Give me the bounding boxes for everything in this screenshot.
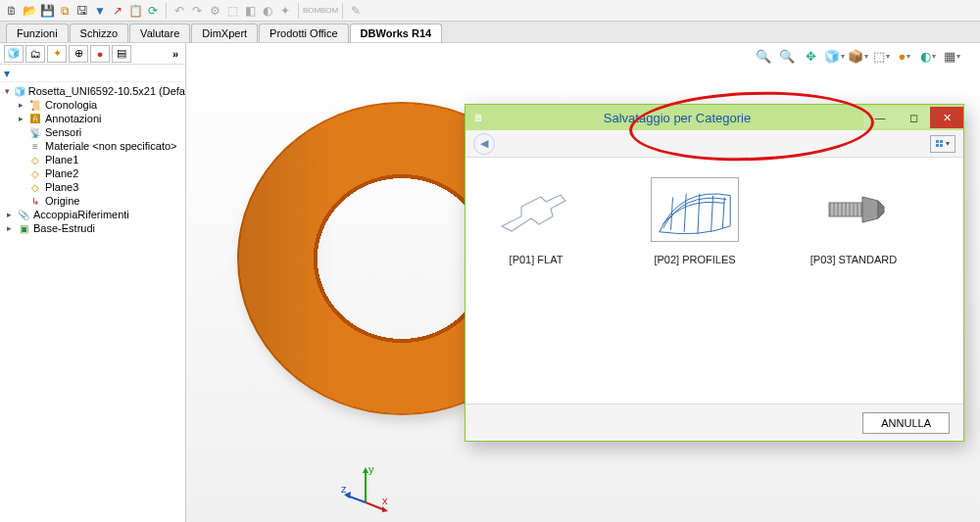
shade-icon[interactable]: ◐ [260, 3, 275, 19]
paste-icon[interactable]: 📋 [127, 3, 143, 19]
svg-text:y: y [368, 463, 374, 475]
save-by-category-dialog: 🗎 Salvataggio per Categorie — ◻ ✕ ◀ ▾ [P… [465, 104, 964, 442]
category-profiles-thumb [651, 177, 739, 242]
tree-item-label: AccoppiaRiferimenti [33, 209, 129, 220]
toolbar-separator [166, 3, 167, 19]
dialog-toolbar: ◀ ▾ [466, 130, 963, 158]
minimize-button[interactable]: — [863, 107, 897, 128]
cancel-button[interactable]: ANNULLA [862, 412, 950, 434]
main-toolbar: 🗎 📂 💾 ⧉ 🖫 ▼ ↗ 📋 ⟳ ↶ ↷ ⚙ ⬚ ◧ ◐ ✦ BOM BOM … [0, 0, 980, 22]
zoom-in-icon[interactable]: 🔍 [755, 47, 772, 65]
bom2-icon[interactable]: BOM [321, 3, 337, 19]
feature-tree-panel: 🧊 🗂 ✦ ⊕ ● ▤ » ▾ ▾🧊 Rosetta_UNI6592-10.5x… [0, 43, 186, 522]
category-label: [P01] FLAT [477, 254, 595, 265]
zoom-area-icon[interactable]: 🔍 [778, 47, 796, 65]
tab-valutare[interactable]: Valutare [129, 24, 190, 42]
tab-funzioni[interactable]: Funzioni [6, 24, 69, 42]
filter-icon[interactable]: ▼ [92, 3, 108, 19]
panel-tab-tree-icon[interactable]: 🧊 [4, 45, 24, 63]
category-standard-thumb [809, 177, 898, 242]
panel-tab-dim-icon[interactable]: ⊕ [69, 45, 88, 63]
tree-item-label: Sensori [45, 126, 81, 138]
maximize-button[interactable]: ◻ [897, 107, 930, 128]
panel-tabs: 🧊 🗂 ✦ ⊕ ● ▤ » [0, 43, 185, 65]
ribbon-tabs: Funzioni Schizzo Valutare DimXpert Prodo… [0, 22, 980, 43]
tab-prodotti[interactable]: Prodotti Office [259, 24, 349, 42]
tree-root[interactable]: ▾🧊 Rosetta_UNI6592-10.5x21 (Defa [0, 84, 185, 98]
svg-rect-9 [829, 203, 862, 216]
tab-schizzo[interactable]: Schizzo [70, 24, 129, 42]
dialog-title-text: Salvataggio per Categorie [491, 111, 863, 125]
tree-item-label: Cronologia [45, 99, 97, 111]
display-style-icon[interactable]: 📦 [849, 47, 866, 65]
tree-item-label: Annotazioni [45, 113, 102, 124]
panel-tab-property-icon[interactable]: 🗂 [25, 45, 45, 63]
save-icon[interactable]: 💾 [39, 3, 55, 19]
tree-item[interactable]: ▸🅰 Annotazioni [0, 112, 185, 125]
panel-tab-appear-icon[interactable]: ● [90, 45, 110, 63]
tree-item[interactable]: ◇ Plane3 [0, 180, 185, 194]
rebuild-icon[interactable]: ⚙ [207, 3, 222, 19]
tree-item[interactable]: 📡 Sensori [0, 125, 185, 139]
dialog-titlebar[interactable]: 🗎 Salvataggio per Categorie — ◻ ✕ [466, 105, 963, 130]
filter-funnel-icon[interactable]: ▾ [4, 67, 10, 80]
tree-item-label: Base-Estrudi [33, 222, 95, 234]
settings-icon[interactable]: ✦ [277, 3, 293, 19]
tree-item[interactable]: ▸📎 AccoppiaRiferimenti [0, 208, 185, 221]
tree-item[interactable]: ↳ Origine [0, 194, 185, 208]
tree-item-label: Plane2 [45, 167, 78, 179]
analyze-icon[interactable]: ⬚ [224, 3, 240, 19]
bom-icon[interactable]: BOM [304, 3, 319, 19]
tree-item[interactable]: ▸▣ Base-Estrudi [0, 221, 185, 235]
toolbar-separator [342, 3, 343, 19]
svg-marker-13 [878, 201, 884, 218]
tab-dimxpert[interactable]: DimXpert [191, 24, 258, 42]
category-flat-thumb [492, 177, 580, 242]
scene-icon[interactable]: ◐ [919, 47, 937, 65]
tree-item[interactable]: ≡ Materiale <non specificato> [0, 139, 185, 153]
panel-tab-display-icon[interactable]: ▤ [112, 45, 131, 63]
toolbar-separator [298, 3, 299, 19]
tree-filter-row: ▾ [0, 65, 185, 82]
feature-tree[interactable]: ▾🧊 Rosetta_UNI6592-10.5x21 (Defa ▸📜 Cron… [0, 82, 185, 522]
refresh-icon[interactable]: ⟳ [145, 3, 161, 19]
tab-dbworks[interactable]: DBWorks R14 [350, 24, 443, 42]
tree-item[interactable]: ◇ Plane2 [0, 166, 185, 180]
panel-tab-config-icon[interactable]: ✦ [47, 45, 67, 63]
category-profiles[interactable]: [P02] PROFILES [636, 177, 754, 265]
svg-text:x: x [382, 495, 388, 506]
redo-icon[interactable]: ↷ [189, 3, 205, 19]
export-icon[interactable]: ↗ [110, 3, 125, 19]
close-button[interactable]: ✕ [930, 107, 963, 128]
tree-item[interactable]: ▸📜 Cronologia [0, 98, 185, 112]
svg-marker-12 [862, 197, 878, 222]
category-label: [P02] PROFILES [636, 254, 754, 265]
section-icon[interactable]: 🧊 [825, 47, 843, 65]
back-button[interactable]: ◀ [473, 133, 495, 155]
category-flat[interactable]: [P01] FLAT [477, 177, 595, 265]
bookmark-icon[interactable]: ⧉ [57, 3, 73, 19]
document-icon: 🗎 [466, 112, 491, 123]
undo-icon[interactable]: ↶ [172, 3, 187, 19]
appearance-icon[interactable]: ● [896, 47, 913, 65]
render-icon[interactable]: ◧ [242, 3, 258, 19]
sketch-icon[interactable]: ✎ [348, 3, 364, 19]
hide-show-icon[interactable]: ⬚ [872, 47, 890, 65]
orientation-triad[interactable]: y x z [341, 463, 390, 512]
saveall-icon[interactable]: 🖫 [74, 3, 90, 19]
view-toolbar: 🔍 🔍 ✥ 🧊 📦 ⬚ ● ◐ ▦ [755, 43, 960, 69]
pan-icon[interactable]: ✥ [802, 47, 819, 65]
tree-root-label: Rosetta_UNI6592-10.5x21 (Defa [28, 85, 185, 97]
panel-tab-overflow[interactable]: » [170, 48, 181, 60]
new-icon[interactable]: 🗎 [4, 3, 20, 19]
category-label: [P03] STANDARD [795, 254, 912, 265]
dialog-footer: ANNULLA [466, 403, 963, 441]
tree-item[interactable]: ◇ Plane1 [0, 153, 185, 166]
view-options-button[interactable]: ▾ [930, 135, 956, 153]
render-icon[interactable]: ▦ [943, 47, 960, 65]
open-icon[interactable]: 📂 [22, 3, 37, 19]
tree-item-label: Materiale <non specificato> [45, 140, 177, 152]
category-standard[interactable]: [P03] STANDARD [795, 177, 912, 265]
tree-item-label: Plane3 [45, 181, 78, 193]
dialog-body: [P01] FLAT [P02] PROFILES [466, 158, 963, 403]
